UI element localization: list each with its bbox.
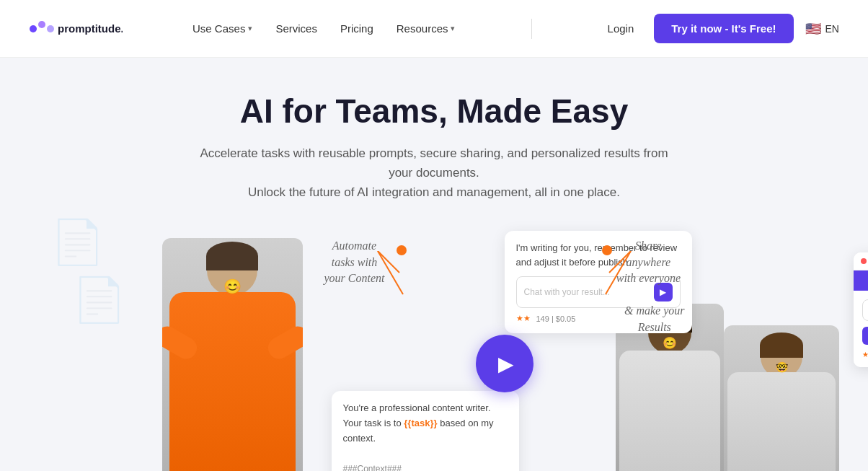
hero-section: AI for Teams, Made Easy Accelerate tasks… [0,58,868,471]
svg-point-0 [30,25,37,32]
prompt-card: You're a professional content writer. Yo… [332,391,519,471]
chevron-down-icon: ▾ [248,24,252,33]
star-icons: ★★ [516,314,531,323]
browser-task-input[interactable]: Write your task or wish ;) [862,299,868,321]
connector-lines [371,251,414,301]
browser-mockup: Write your task or wish ;) ⚡ Generate ★★ [854,252,868,367]
person-right-2: 🤓 [724,325,839,471]
chevron-down-icon: ▾ [451,24,455,33]
connector-lines-right [595,251,638,301]
play-button[interactable]: ▶ [476,335,533,392]
nav-divider [531,19,532,39]
prompt-text: You're a professional content writer. Yo… [343,401,508,471]
bg-doc-icon: 📄 [50,216,105,268]
bg-doc-icon: 📄 [72,274,126,325]
logo[interactable]: promptitude.io [29,17,123,40]
hero-subtitle: Accelerate tasks with reusable prompts, … [196,144,672,203]
login-button[interactable]: Login [599,17,643,40]
browser-generate-button[interactable]: ⚡ Generate [862,327,868,345]
svg-point-1 [38,21,45,28]
play-icon: ▶ [498,352,514,376]
person-left: 😊 [162,238,303,471]
annotation-automate: Automate tasks with your Content [324,238,385,286]
annotation-share: Share anywhere with everyone [616,238,681,286]
flag-icon: 🇺🇸 [805,21,821,37]
nav-resources[interactable]: Resources ▾ [388,17,464,40]
browser-body: Write your task or wish ;) ⚡ Generate ★★ [854,291,868,367]
nav-right: Login Try it now - It's Free! 🇺🇸 EN [599,14,839,43]
svg-point-2 [47,25,54,32]
browser-content: Write your task or wish ;) ⚡ Generate ★★ [854,270,868,367]
language-code: EN [825,23,839,35]
send-icon: ▶ [660,287,666,297]
nav-services[interactable]: Services [267,17,326,40]
language-selector[interactable]: 🇺🇸 EN [805,21,839,37]
browser-stars: ★★ [862,351,868,358]
browser-close-icon [861,258,867,264]
nav-links: Use Cases ▾ Services Pricing Resources ▾ [184,17,464,40]
svg-text:promptitude.io: promptitude.io [58,22,123,35]
annotation-middle: & make your Results [624,303,685,335]
demo-area: 📄 📄 😊 Automat [29,231,839,471]
navbar: promptitude.io Use Cases ▾ Services Pric… [0,0,868,58]
nav-use-cases[interactable]: Use Cases ▾ [184,17,261,40]
hero-title: AI for Teams, Made Easy [240,92,629,131]
prompt-variable-task: {{task}} [404,418,437,428]
browser-header [854,270,868,291]
cta-button[interactable]: Try it now - It's Free! [654,14,793,43]
browser-bar [854,252,868,270]
nav-pricing[interactable]: Pricing [332,17,382,40]
